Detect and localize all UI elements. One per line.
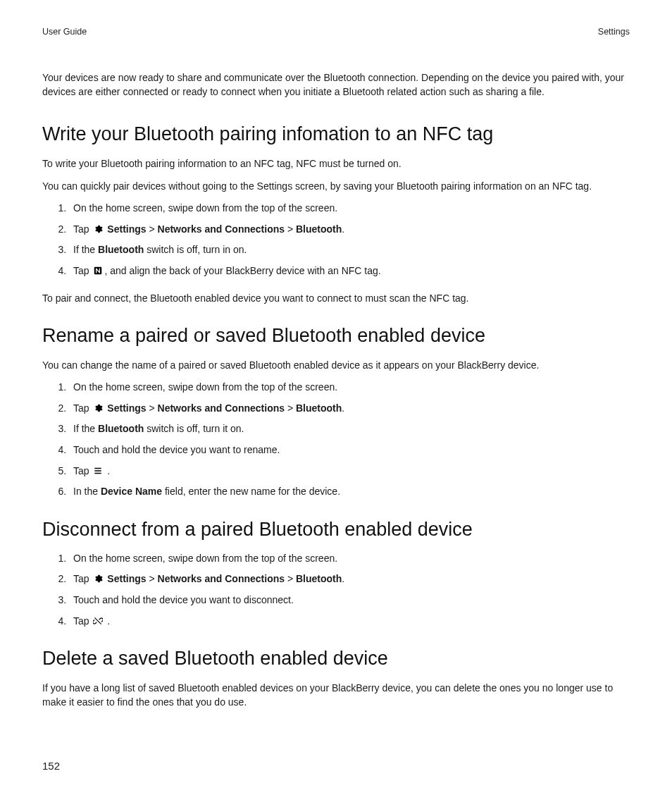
step-text: Tap bbox=[73, 223, 92, 235]
step: If the Bluetooth switch is off, turn in … bbox=[69, 243, 630, 257]
paragraph: To write your Bluetooth pairing informat… bbox=[42, 156, 630, 171]
disconnect-icon bbox=[93, 616, 103, 626]
nfc-icon bbox=[93, 266, 103, 276]
paragraph: To pair and connect, the Bluetooth enabl… bbox=[42, 291, 630, 305]
step: On the home screen, swipe down from the … bbox=[69, 202, 630, 216]
paragraph: You can change the name of a paired or s… bbox=[42, 358, 630, 372]
paragraph: If you have a long list of saved Bluetoo… bbox=[42, 681, 630, 710]
step: In the Device Name field, enter the new … bbox=[69, 485, 630, 499]
period: . bbox=[342, 573, 344, 584]
bold-label: Bluetooth bbox=[296, 402, 342, 414]
step-text: switch is off, turn in on. bbox=[144, 244, 247, 255]
step: Touch and hold the device you want to re… bbox=[69, 443, 630, 457]
step: Tap Settings > Networks and Connections … bbox=[69, 402, 630, 416]
bold-label: Networks and Connections bbox=[158, 573, 285, 584]
page-header: User Guide Settings bbox=[42, 27, 630, 37]
settings-gear-icon bbox=[93, 224, 103, 234]
bold-label: Bluetooth bbox=[296, 573, 342, 584]
separator: > bbox=[147, 223, 158, 235]
step: On the home screen, swipe down from the … bbox=[69, 552, 630, 566]
step-text: field, enter the new name for the device… bbox=[162, 486, 340, 497]
settings-gear-icon bbox=[93, 574, 103, 584]
step-text: In the bbox=[73, 486, 101, 497]
bold-label: Settings bbox=[107, 223, 146, 235]
step: On the home screen, swipe down from the … bbox=[69, 381, 630, 395]
bold-label: Settings bbox=[107, 402, 146, 414]
step: Tap Settings > Networks and Connections … bbox=[69, 572, 630, 586]
separator: > bbox=[147, 402, 158, 414]
step-text: Tap bbox=[73, 573, 92, 584]
bold-label: Networks and Connections bbox=[158, 223, 285, 235]
step: Tap Settings > Networks and Connections … bbox=[69, 223, 630, 237]
steps-list: On the home screen, swipe down from the … bbox=[42, 552, 630, 628]
step-text: Tap bbox=[73, 265, 92, 276]
step: If the Bluetooth switch is off, turn it … bbox=[69, 422, 630, 436]
steps-list: On the home screen, swipe down from the … bbox=[42, 381, 630, 499]
bold-label: Networks and Connections bbox=[158, 402, 285, 414]
section-rename: Rename a paired or saved Bluetooth enabl… bbox=[42, 325, 630, 499]
menu-icon bbox=[93, 466, 103, 476]
section-title: Disconnect from a paired Bluetooth enabl… bbox=[42, 519, 630, 541]
separator: > bbox=[285, 223, 296, 235]
step-text: . bbox=[104, 465, 110, 476]
section-nfc-tag: Write your Bluetooth pairing infomation … bbox=[42, 123, 630, 305]
bold-label: Settings bbox=[107, 573, 146, 584]
step-text: , and align the back of your BlackBerry … bbox=[104, 265, 380, 276]
section-delete: Delete a saved Bluetooth enabled device … bbox=[42, 648, 630, 710]
step: Touch and hold the device you want to di… bbox=[69, 593, 630, 608]
bold-label: Device Name bbox=[101, 486, 162, 497]
step: Tap . bbox=[69, 615, 630, 629]
step-text: switch is off, turn it on. bbox=[144, 423, 244, 434]
step-text: Tap bbox=[73, 402, 92, 414]
step: Tap , and align the back of your BlackBe… bbox=[69, 264, 630, 278]
separator: > bbox=[147, 573, 158, 584]
settings-gear-icon bbox=[93, 403, 103, 413]
bold-label: Bluetooth bbox=[296, 223, 342, 235]
section-title: Rename a paired or saved Bluetooth enabl… bbox=[42, 325, 630, 347]
step-text: . bbox=[104, 615, 110, 627]
step-text: If the bbox=[73, 423, 98, 434]
bold-label: Bluetooth bbox=[98, 244, 144, 255]
step-text: Tap bbox=[73, 615, 92, 627]
step-text: Tap bbox=[73, 465, 92, 476]
section-title: Delete a saved Bluetooth enabled device bbox=[42, 648, 630, 670]
step-text: If the bbox=[73, 244, 98, 255]
page-number: 152 bbox=[42, 760, 60, 772]
paragraph: You can quickly pair devices without goi… bbox=[42, 179, 630, 193]
separator: > bbox=[285, 402, 296, 414]
header-left: User Guide bbox=[42, 27, 87, 37]
bold-label: Bluetooth bbox=[98, 423, 144, 434]
separator: > bbox=[285, 573, 296, 584]
period: . bbox=[342, 402, 344, 414]
steps-list: On the home screen, swipe down from the … bbox=[42, 202, 630, 278]
section-disconnect: Disconnect from a paired Bluetooth enabl… bbox=[42, 519, 630, 628]
period: . bbox=[342, 223, 344, 235]
header-right: Settings bbox=[598, 27, 630, 37]
section-title: Write your Bluetooth pairing infomation … bbox=[42, 123, 630, 145]
intro-paragraph: Your devices are now ready to share and … bbox=[42, 70, 630, 99]
step: Tap . bbox=[69, 464, 630, 479]
